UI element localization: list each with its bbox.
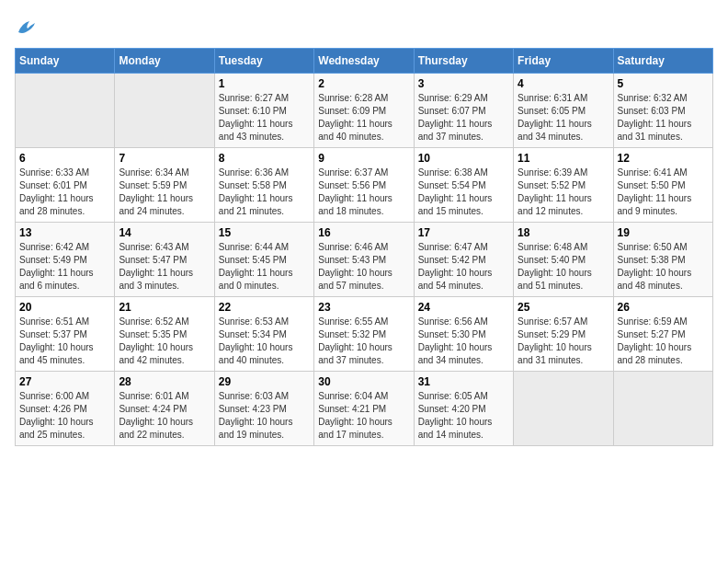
day-number: 17 <box>418 226 509 239</box>
day-info: Sunrise: 6:59 AMSunset: 5:27 PMDaylight:… <box>618 316 692 365</box>
day-number: 26 <box>618 301 709 314</box>
calendar-cell: 1Sunrise: 6:27 AMSunset: 6:10 PMDaylight… <box>214 74 313 148</box>
day-info: Sunrise: 6:51 AMSunset: 5:37 PMDaylight:… <box>19 316 94 365</box>
day-number: 24 <box>418 301 509 314</box>
weekday-header: Friday <box>514 49 613 74</box>
day-number: 11 <box>518 152 609 165</box>
calendar-cell: 16Sunrise: 6:46 AMSunset: 5:43 PMDayligh… <box>314 223 414 297</box>
day-info: Sunrise: 6:46 AMSunset: 5:43 PMDaylight:… <box>318 242 392 291</box>
calendar-table: SundayMondayTuesdayWednesdayThursdayFrid… <box>15 48 713 446</box>
day-info: Sunrise: 6:42 AMSunset: 5:49 PMDaylight:… <box>19 242 94 291</box>
weekday-header: Monday <box>115 49 214 74</box>
day-number: 12 <box>618 152 709 165</box>
day-info: Sunrise: 6:52 AMSunset: 5:35 PMDaylight:… <box>119 316 193 365</box>
day-info: Sunrise: 6:05 AMSunset: 4:20 PMDaylight:… <box>418 391 493 440</box>
calendar-cell: 2Sunrise: 6:28 AMSunset: 6:09 PMDaylight… <box>314 74 414 148</box>
logo-bird-icon <box>17 19 37 36</box>
day-number: 29 <box>219 375 310 388</box>
day-info: Sunrise: 6:41 AMSunset: 5:50 PMDaylight:… <box>618 167 692 216</box>
day-info: Sunrise: 6:56 AMSunset: 5:30 PMDaylight:… <box>418 316 493 365</box>
calendar-cell: 20Sunrise: 6:51 AMSunset: 5:37 PMDayligh… <box>16 297 115 372</box>
day-number: 7 <box>119 152 210 165</box>
day-number: 1 <box>219 77 310 90</box>
day-number: 20 <box>19 301 110 314</box>
calendar-cell: 27Sunrise: 6:00 AMSunset: 4:26 PMDayligh… <box>16 372 115 446</box>
calendar-cell: 8Sunrise: 6:36 AMSunset: 5:58 PMDaylight… <box>214 148 313 223</box>
calendar-cell: 11Sunrise: 6:39 AMSunset: 5:52 PMDayligh… <box>514 148 613 223</box>
day-number: 19 <box>618 226 709 239</box>
calendar-cell <box>613 372 712 446</box>
day-info: Sunrise: 6:57 AMSunset: 5:29 PMDaylight:… <box>518 316 592 365</box>
calendar-cell: 14Sunrise: 6:43 AMSunset: 5:47 PMDayligh… <box>115 223 214 297</box>
calendar-cell: 6Sunrise: 6:33 AMSunset: 6:01 PMDaylight… <box>16 148 115 223</box>
day-number: 27 <box>19 375 110 388</box>
calendar-cell: 29Sunrise: 6:03 AMSunset: 4:23 PMDayligh… <box>214 372 313 446</box>
calendar-cell: 24Sunrise: 6:56 AMSunset: 5:30 PMDayligh… <box>414 297 513 372</box>
day-number: 2 <box>318 77 409 90</box>
day-number: 13 <box>19 226 110 239</box>
calendar-cell: 7Sunrise: 6:34 AMSunset: 5:59 PMDaylight… <box>115 148 214 223</box>
day-info: Sunrise: 6:32 AMSunset: 6:03 PMDaylight:… <box>618 93 692 142</box>
calendar-cell: 26Sunrise: 6:59 AMSunset: 5:27 PMDayligh… <box>613 297 712 372</box>
calendar-cell: 19Sunrise: 6:50 AMSunset: 5:38 PMDayligh… <box>613 223 712 297</box>
day-number: 18 <box>518 226 609 239</box>
calendar-cell: 9Sunrise: 6:37 AMSunset: 5:56 PMDaylight… <box>314 148 414 223</box>
day-info: Sunrise: 6:39 AMSunset: 5:52 PMDaylight:… <box>518 167 592 216</box>
day-info: Sunrise: 6:29 AMSunset: 6:07 PMDaylight:… <box>418 93 493 142</box>
day-number: 6 <box>19 152 110 165</box>
calendar-cell: 18Sunrise: 6:48 AMSunset: 5:40 PMDayligh… <box>514 223 613 297</box>
calendar-cell: 3Sunrise: 6:29 AMSunset: 6:07 PMDaylight… <box>414 74 513 148</box>
day-number: 8 <box>219 152 310 165</box>
day-info: Sunrise: 6:34 AMSunset: 5:59 PMDaylight:… <box>119 167 193 216</box>
calendar-cell <box>514 372 613 446</box>
calendar-cell: 28Sunrise: 6:01 AMSunset: 4:24 PMDayligh… <box>115 372 214 446</box>
day-info: Sunrise: 6:37 AMSunset: 5:56 PMDaylight:… <box>318 167 392 216</box>
weekday-header: Sunday <box>16 49 115 74</box>
calendar-cell <box>16 74 115 148</box>
day-number: 14 <box>119 226 210 239</box>
day-info: Sunrise: 6:03 AMSunset: 4:23 PMDaylight:… <box>219 391 293 440</box>
day-info: Sunrise: 6:01 AMSunset: 4:24 PMDaylight:… <box>119 391 193 440</box>
day-number: 31 <box>418 375 509 388</box>
weekday-header: Tuesday <box>214 49 313 74</box>
calendar-cell: 5Sunrise: 6:32 AMSunset: 6:03 PMDaylight… <box>613 74 712 148</box>
day-number: 16 <box>318 226 409 239</box>
day-info: Sunrise: 6:28 AMSunset: 6:09 PMDaylight:… <box>318 93 392 142</box>
day-info: Sunrise: 6:53 AMSunset: 5:34 PMDaylight:… <box>219 316 293 365</box>
day-info: Sunrise: 6:47 AMSunset: 5:42 PMDaylight:… <box>418 242 493 291</box>
weekday-header: Saturday <box>613 49 712 74</box>
day-info: Sunrise: 6:27 AMSunset: 6:10 PMDaylight:… <box>219 93 293 142</box>
day-number: 21 <box>119 301 210 314</box>
day-info: Sunrise: 6:36 AMSunset: 5:58 PMDaylight:… <box>219 167 293 216</box>
weekday-header: Thursday <box>414 49 513 74</box>
day-info: Sunrise: 6:43 AMSunset: 5:47 PMDaylight:… <box>119 242 193 291</box>
calendar-cell: 13Sunrise: 6:42 AMSunset: 5:49 PMDayligh… <box>16 223 115 297</box>
day-info: Sunrise: 6:00 AMSunset: 4:26 PMDaylight:… <box>19 391 94 440</box>
day-info: Sunrise: 6:31 AMSunset: 6:05 PMDaylight:… <box>518 93 592 142</box>
calendar-cell: 22Sunrise: 6:53 AMSunset: 5:34 PMDayligh… <box>214 297 313 372</box>
calendar-cell: 17Sunrise: 6:47 AMSunset: 5:42 PMDayligh… <box>414 223 513 297</box>
day-number: 22 <box>219 301 310 314</box>
weekday-header: Wednesday <box>314 49 414 74</box>
calendar-cell: 4Sunrise: 6:31 AMSunset: 6:05 PMDaylight… <box>514 74 613 148</box>
logo <box>15 15 37 39</box>
calendar-cell <box>115 74 214 148</box>
calendar-cell: 12Sunrise: 6:41 AMSunset: 5:50 PMDayligh… <box>613 148 712 223</box>
day-number: 10 <box>418 152 509 165</box>
calendar-cell: 21Sunrise: 6:52 AMSunset: 5:35 PMDayligh… <box>115 297 214 372</box>
calendar-cell: 30Sunrise: 6:04 AMSunset: 4:21 PMDayligh… <box>314 372 414 446</box>
day-number: 3 <box>418 77 509 90</box>
day-info: Sunrise: 6:33 AMSunset: 6:01 PMDaylight:… <box>19 167 94 216</box>
calendar-cell: 15Sunrise: 6:44 AMSunset: 5:45 PMDayligh… <box>214 223 313 297</box>
calendar-cell: 31Sunrise: 6:05 AMSunset: 4:20 PMDayligh… <box>414 372 513 446</box>
day-number: 15 <box>219 226 310 239</box>
day-info: Sunrise: 6:55 AMSunset: 5:32 PMDaylight:… <box>318 316 392 365</box>
day-number: 4 <box>518 77 609 90</box>
day-number: 9 <box>318 152 409 165</box>
calendar-cell: 25Sunrise: 6:57 AMSunset: 5:29 PMDayligh… <box>514 297 613 372</box>
day-info: Sunrise: 6:04 AMSunset: 4:21 PMDaylight:… <box>318 391 392 440</box>
day-info: Sunrise: 6:50 AMSunset: 5:38 PMDaylight:… <box>618 242 692 291</box>
day-info: Sunrise: 6:48 AMSunset: 5:40 PMDaylight:… <box>518 242 592 291</box>
day-number: 5 <box>618 77 709 90</box>
day-number: 25 <box>518 301 609 314</box>
